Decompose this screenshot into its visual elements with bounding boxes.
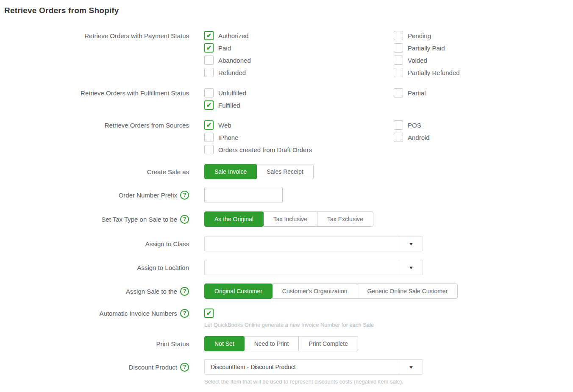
order-prefix-row: Order Number Prefix ?: [4, 187, 573, 203]
checkbox-box[interactable]: ✔: [394, 31, 403, 40]
checkbox-box[interactable]: ✔: [204, 88, 214, 97]
checkbox-box[interactable]: ✔: [204, 68, 214, 77]
segment-sale-invoice[interactable]: Sale Invoice: [204, 164, 257, 179]
print-status-label-cell: Print Status: [4, 336, 189, 351]
field-label: Assign to Class: [145, 240, 189, 247]
create-sale-label-cell: Create Sale as: [4, 164, 189, 179]
checkbox-label: Voided: [408, 57, 427, 64]
checkbox-abandoned[interactable]: ✔ Abandoned: [204, 56, 394, 65]
segment-tax-exclusive[interactable]: Tax Exclusive: [317, 211, 373, 227]
field-label: Retrieve Orders with Payment Status: [84, 32, 189, 39]
checkbox-box[interactable]: ✔: [394, 68, 403, 77]
checkbox-authorized[interactable]: ✔ Authorized: [204, 31, 394, 40]
checkbox-box[interactable]: ✔: [394, 88, 403, 97]
dropdown-arrow-area[interactable]: ▼: [399, 360, 423, 374]
checkbox-pending[interactable]: ✔ Pending: [394, 31, 460, 40]
checkbox-box[interactable]: ✔: [204, 100, 214, 110]
assign-location-dropdown[interactable]: ▼: [204, 260, 423, 275]
page-title: Retrieve Orders from Shopify: [4, 6, 573, 15]
tax-type-row: Set Tax Type on Sale to be ? As the Orig…: [4, 211, 573, 227]
checkbox-unfulfilled[interactable]: ✔ Unfulfilled: [204, 88, 394, 97]
segment-not-set[interactable]: Not Set: [204, 336, 245, 351]
tax-type-toggle: As the Original Tax Inclusive Tax Exclus…: [204, 211, 373, 227]
checkbox-label: IPhone: [218, 134, 239, 141]
assign-sale-label-cell: Assign Sale to the ?: [4, 284, 189, 299]
field-label: Automatic Invoice Numbers: [100, 310, 177, 317]
checkbox-draft-orders[interactable]: ✔ Orders created from Draft Orders: [204, 145, 394, 154]
checkbox-automatic-invoice-numbers[interactable]: ✔: [204, 309, 374, 318]
dropdown-arrow-area[interactable]: ▼: [399, 260, 423, 275]
help-icon[interactable]: ?: [180, 215, 189, 224]
checkbox-box[interactable]: ✔: [204, 133, 214, 142]
checkbox-android[interactable]: ✔ Android: [394, 133, 430, 142]
checkbox-box[interactable]: ✔: [204, 43, 214, 53]
assign-class-label-cell: Assign to Class: [4, 236, 189, 251]
help-icon[interactable]: ?: [180, 363, 189, 372]
field-label: Order Number Prefix: [119, 192, 177, 199]
payment-status-label-cell: Retrieve Orders with Payment Status: [4, 31, 189, 40]
checkbox-box[interactable]: ✔: [204, 120, 214, 130]
assign-sale-row: Assign Sale to the ? Original Customer C…: [4, 284, 573, 299]
order-prefix-label-cell: Order Number Prefix ?: [4, 187, 189, 203]
assign-class-dropdown[interactable]: ▼: [204, 236, 423, 251]
field-label: Create Sale as: [147, 168, 189, 175]
checkbox-partially-refunded[interactable]: ✔ Partially Refunded: [394, 68, 460, 77]
checkbox-label: POS: [408, 122, 421, 129]
checkbox-box[interactable]: ✔: [394, 120, 403, 130]
help-icon[interactable]: ?: [180, 287, 189, 296]
help-icon[interactable]: ?: [180, 191, 189, 200]
segment-customers-organization[interactable]: Customer's Organization: [272, 284, 358, 299]
check-icon: ✔: [206, 32, 212, 39]
order-prefix-input[interactable]: [204, 187, 283, 203]
dropdown-value: [205, 236, 399, 251]
segment-as-the-original[interactable]: As the Original: [204, 211, 264, 227]
checkbox-iphone[interactable]: ✔ IPhone: [204, 133, 394, 142]
checkbox-label: Partially Paid: [408, 44, 445, 52]
checkbox-box[interactable]: ✔: [204, 31, 214, 40]
create-sale-toggle: Sale Invoice Sales Receipt: [204, 164, 314, 179]
assign-location-label-cell: Assign to Location: [4, 260, 189, 275]
print-status-toggle: Not Set Need to Print Print Complete: [204, 336, 358, 351]
checkbox-fulfilled[interactable]: ✔ Fulfilled: [204, 100, 394, 110]
discount-product-row: Discount Product ? DiscountItem - Discou…: [4, 359, 573, 385]
segment-original-customer[interactable]: Original Customer: [204, 284, 273, 299]
chevron-down-icon: ▼: [408, 242, 414, 246]
checkbox-paid[interactable]: ✔ Paid: [204, 43, 394, 53]
help-icon[interactable]: ?: [180, 309, 189, 318]
segment-print-complete[interactable]: Print Complete: [298, 336, 358, 351]
segment-sales-receipt[interactable]: Sales Receipt: [256, 164, 313, 179]
checkbox-box[interactable]: ✔: [204, 145, 214, 154]
checkbox-label: Fulfilled: [218, 102, 240, 109]
discount-product-label-cell: Discount Product ?: [4, 359, 189, 375]
checkbox-web[interactable]: ✔ Web: [204, 120, 394, 130]
checkbox-box[interactable]: ✔: [394, 43, 403, 53]
field-label: Set Tax Type on Sale to be: [101, 216, 177, 223]
segment-need-to-print[interactable]: Need to Print: [244, 336, 299, 351]
checkbox-refunded[interactable]: ✔ Refunded: [204, 68, 394, 77]
settings-form: Retrieve Orders with Payment Status ✔ Au…: [4, 31, 573, 385]
field-label: Assign Sale to the: [126, 288, 177, 295]
checkbox-box[interactable]: ✔: [204, 56, 214, 65]
create-sale-row: Create Sale as Sale Invoice Sales Receip…: [4, 164, 573, 179]
checkbox-pos[interactable]: ✔ POS: [394, 120, 430, 130]
discount-product-helper-text: Select the Item that will be used to rep…: [204, 378, 423, 385]
discount-product-dropdown[interactable]: DiscountItem - Discount Product ▼: [204, 359, 423, 375]
auto-invoice-row: Automatic Invoice Numbers ? ✔ Let QuickB…: [4, 309, 573, 328]
assign-sale-toggle: Original Customer Customer's Organizatio…: [204, 284, 458, 299]
segment-tax-inclusive[interactable]: Tax Inclusive: [263, 211, 317, 227]
assign-class-row: Assign to Class ▼: [4, 236, 573, 251]
checkbox-label: Web: [218, 122, 231, 129]
tax-type-label-cell: Set Tax Type on Sale to be ?: [4, 211, 189, 227]
checkbox-voided[interactable]: ✔ Voided: [394, 56, 460, 65]
dropdown-value: [205, 260, 399, 275]
field-label: Discount Product: [129, 364, 177, 371]
settings-page: Retrieve Orders from Shopify Retrieve Or…: [0, 0, 573, 385]
segment-generic-online-sale-customer[interactable]: Generic Online Sale Customer: [357, 284, 458, 299]
checkbox-partial[interactable]: ✔ Partial: [394, 88, 426, 97]
dropdown-arrow-area[interactable]: ▼: [399, 236, 423, 251]
checkbox-box[interactable]: ✔: [204, 309, 214, 318]
fulfillment-status-row: Retrieve Orders with Fulfillment Status …: [4, 88, 573, 110]
checkbox-box[interactable]: ✔: [394, 56, 403, 65]
checkbox-box[interactable]: ✔: [394, 133, 403, 142]
checkbox-partially-paid[interactable]: ✔ Partially Paid: [394, 43, 460, 53]
